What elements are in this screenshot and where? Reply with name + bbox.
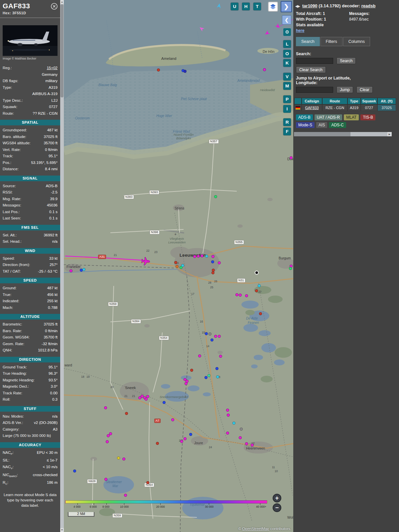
close-icon[interactable] <box>51 3 58 10</box>
column-header[interactable]: Type <box>347 98 361 104</box>
source-badge-adsb[interactable]: ADS-B <box>296 114 313 120</box>
aircraft-history-dot[interactable] <box>245 294 248 297</box>
aircraft-history-dot[interactable] <box>205 332 208 335</box>
aircraft-history-dot[interactable] <box>218 261 221 264</box>
aircraft-history-dot[interactable] <box>214 195 217 198</box>
aircraft-marker[interactable] <box>275 23 281 30</box>
osm-link[interactable]: OpenStreetMap <box>242 527 269 531</box>
source-badge-adsc[interactable]: ADS-C <box>329 122 346 128</box>
aircraft-history-dot[interactable] <box>174 261 177 264</box>
aircraft-history-dot[interactable] <box>235 293 238 296</box>
aircraft-history-dot[interactable] <box>197 255 200 258</box>
aircraft-history-dot[interactable] <box>145 398 148 401</box>
map-button-m[interactable]: M <box>283 82 291 90</box>
map-button-k[interactable]: K <box>283 59 291 67</box>
aircraft-marker[interactable] <box>198 25 204 32</box>
aircraft-history-dot[interactable] <box>189 433 192 436</box>
aircraft-history-dot[interactable] <box>109 432 112 435</box>
column-header[interactable]: Route <box>322 98 347 104</box>
source-badge-ais[interactable]: AIS <box>316 122 327 128</box>
aircraft-history-dot[interactable] <box>171 418 174 421</box>
aircraft-history-dot[interactable] <box>232 422 235 425</box>
expand-panel-button[interactable]: ❯ <box>281 1 292 12</box>
map-button-t[interactable]: T <box>253 3 261 10</box>
zoom-in-button[interactable]: + <box>273 494 281 502</box>
aircraft-history-dot[interactable] <box>198 354 201 357</box>
aircraft-history-dot[interactable] <box>215 367 218 370</box>
aircraft-history-dot[interactable] <box>69 269 72 272</box>
jump-input[interactable] <box>296 87 333 93</box>
aircraft-history-dot[interactable] <box>218 335 221 338</box>
column-header[interactable] <box>294 98 302 104</box>
aircraft-history-dot[interactable] <box>157 68 160 71</box>
panel-resize-arrows[interactable]: ◀▶ <box>295 4 300 8</box>
jump-clear-button[interactable]: Clear <box>356 86 373 93</box>
callsign-cell[interactable]: GAF833 <box>302 104 322 111</box>
aircraft-history-dot[interactable] <box>125 412 128 415</box>
tab-search[interactable]: Search <box>296 37 320 46</box>
table-row[interactable]: GAF833RZE - CGNA319072737025 <box>294 104 398 111</box>
aircraft-history-dot[interactable] <box>214 335 217 338</box>
aircraft-history-dot[interactable] <box>226 409 229 412</box>
aircraft-history-dot[interactable] <box>240 428 243 431</box>
aircraft-history-dot[interactable] <box>226 432 229 435</box>
aircraft-history-dot[interactable] <box>255 289 258 292</box>
map-button-h[interactable]: H <box>242 3 250 10</box>
map-button-l[interactable]: L <box>283 40 291 48</box>
map-button-f[interactable]: F <box>283 128 291 135</box>
scroll-up-arrow[interactable]: ▲ <box>60 0 64 4</box>
data-value[interactable]: 15+02 <box>47 65 58 71</box>
scrollbar-thumb[interactable] <box>61 4 64 97</box>
aircraft-history-dot[interactable] <box>205 255 208 258</box>
aircraft-history-dot[interactable] <box>185 382 188 385</box>
column-header[interactable]: Alt. (ft) <box>377 98 396 104</box>
aircraft-history-dot[interactable] <box>211 271 214 274</box>
table-horizontal-scrollbar[interactable]: ▶ <box>294 132 392 136</box>
aircraft-marker[interactable] <box>216 3 222 8</box>
aircraft-history-dot[interactable] <box>204 376 207 379</box>
aircraft-history-dot[interactable] <box>219 355 222 358</box>
aircraft-history-dot[interactable] <box>210 338 213 341</box>
aircraft-history-dot[interactable] <box>156 442 159 445</box>
aircraft-marker[interactable] <box>264 30 270 36</box>
layers-button[interactable] <box>268 2 278 12</box>
stats-here-link[interactable]: here <box>296 28 349 33</box>
search-input[interactable] <box>296 58 333 64</box>
settings-gear-button[interactable]: ⚙ <box>283 28 291 36</box>
aircraft-history-dot[interactable] <box>216 375 219 378</box>
aircraft-history-dot[interactable] <box>82 268 85 271</box>
hscroll-right-arrow[interactable]: ▶ <box>387 132 392 136</box>
aircraft-history-dot[interactable] <box>124 494 127 497</box>
aircraft-history-dot[interactable] <box>239 294 242 297</box>
aircraft-history-dot[interactable] <box>190 369 193 372</box>
aircraft-history-dot[interactable] <box>258 284 261 287</box>
aircraft-history-dot[interactable] <box>184 437 187 440</box>
aircraft-history-dot[interactable] <box>104 478 107 481</box>
source-badge-mlat[interactable]: MLAT <box>344 114 359 120</box>
aircraft-history-dot[interactable] <box>193 255 196 258</box>
map[interactable]: AmelandDe HônAmelanderwadBlauwe BalgPiet… <box>64 0 293 532</box>
scroll-down-arrow[interactable]: ▼ <box>60 528 64 532</box>
aircraft-history-dot[interactable] <box>227 414 230 417</box>
clear-search-button[interactable]: Clear Search <box>296 66 326 73</box>
source-badge-uat[interactable]: UAT / ADS-R <box>315 114 342 120</box>
map-button-o[interactable]: O <box>283 50 291 58</box>
aircraft-history-dot[interactable] <box>208 332 211 335</box>
selected-position-dot[interactable] <box>255 271 259 275</box>
source-badge-modes[interactable]: Mode-S <box>296 122 315 128</box>
aircraft-history-dot[interactable] <box>104 406 107 409</box>
aircraft-history-dot[interactable] <box>251 444 254 447</box>
aircraft-history-dot[interactable] <box>289 267 292 270</box>
aircraft-photo[interactable] <box>3 25 58 56</box>
map-button-p[interactable]: P <box>283 95 291 103</box>
aircraft-history-dot[interactable] <box>73 469 76 472</box>
aircraft-history-dot[interactable] <box>263 68 266 71</box>
map-button-i[interactable]: I <box>283 105 291 113</box>
map-button-u[interactable]: U <box>231 3 238 10</box>
zoom-out-button[interactable]: − <box>273 503 281 512</box>
aircraft-history-dot[interactable] <box>290 156 293 159</box>
left-panel-scrollbar[interactable]: ▲ ▼ <box>60 0 64 532</box>
column-header[interactable]: Callsign <box>302 98 322 104</box>
readsb-link[interactable]: readsb <box>361 3 376 8</box>
aircraft-history-dot[interactable] <box>181 264 184 267</box>
